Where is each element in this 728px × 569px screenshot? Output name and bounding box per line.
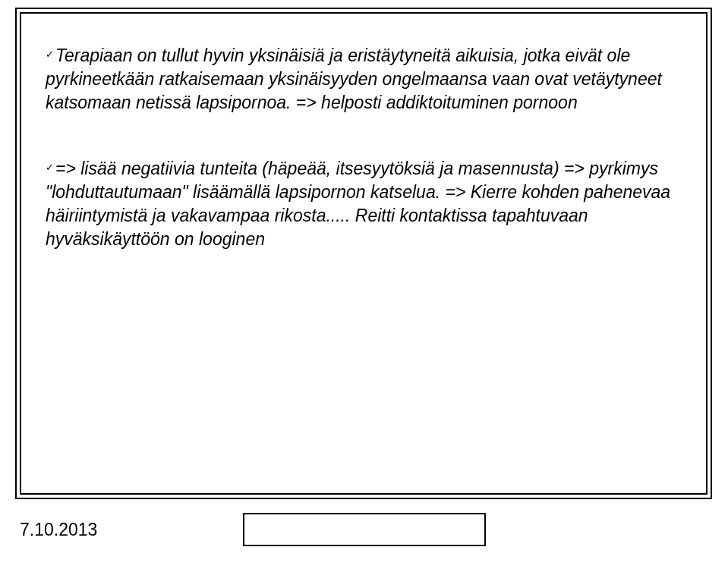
checkmark-icon: ✓ <box>46 161 54 174</box>
paragraph-1: ✓Terapiaan on tullut hyvin yksinäisiä ja… <box>46 44 682 115</box>
outer-border: ✓Terapiaan on tullut hyvin yksinäisiä ja… <box>15 8 712 499</box>
footer-row: 7.10.2013 <box>15 513 712 546</box>
slide-page: ✓Terapiaan on tullut hyvin yksinäisiä ja… <box>0 0 728 569</box>
paragraph-2-text: => lisää negatiivia tunteita (häpeää, it… <box>46 159 670 249</box>
paragraph-2: ✓=> lisää negatiivia tunteita (häpeää, i… <box>46 157 682 251</box>
footer-date: 7.10.2013 <box>15 513 243 546</box>
inner-border: ✓Terapiaan on tullut hyvin yksinäisiä ja… <box>20 12 708 495</box>
footer-empty-box <box>243 513 486 546</box>
checkmark-icon: ✓ <box>46 48 54 61</box>
paragraph-1-text: Terapiaan on tullut hyvin yksinäisiä ja … <box>46 46 662 112</box>
